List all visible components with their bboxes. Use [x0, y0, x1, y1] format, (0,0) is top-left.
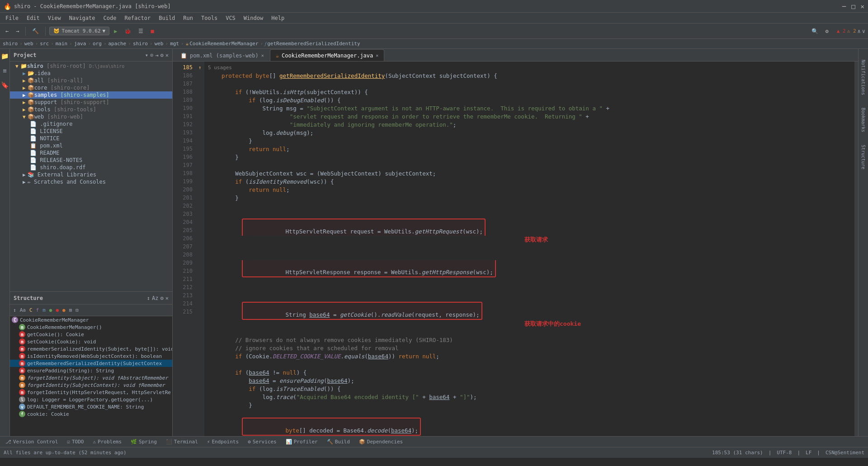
tree-item-release[interactable]: 📄 RELEASE-NOTES: [10, 157, 172, 164]
project-icon[interactable]: 📁: [0, 51, 10, 62]
bc-java[interactable]: java: [74, 41, 86, 47]
bc-web2[interactable]: web: [155, 41, 164, 47]
struct-filter3[interactable]: ●: [61, 307, 67, 314]
tree-item-ext-libs[interactable]: ▶ 📚 External Libraries: [10, 171, 172, 178]
structure-alpha[interactable]: Az: [152, 295, 158, 301]
menu-refactor[interactable]: Refactor: [121, 14, 154, 22]
tree-item-all[interactable]: ▶ 📦 all [shiro-all]: [10, 77, 172, 84]
struct-item-forgetid1[interactable]: m forgetIdentity(Subject): void †Abstrac…: [10, 374, 172, 381]
struct-sort-icon[interactable]: ↕: [12, 307, 18, 314]
bc-main[interactable]: main: [56, 41, 68, 47]
tab-problems[interactable]: ⚠ Problems: [91, 438, 123, 446]
maximize-button[interactable]: □: [851, 3, 855, 10]
project-panel-settings[interactable]: ⚙: [160, 52, 164, 58]
tab-services[interactable]: ⚙ Services: [246, 438, 278, 446]
struct-expand[interactable]: ⊞: [68, 307, 74, 314]
tab-version-control[interactable]: ⎇ Version Control: [4, 438, 60, 446]
run-config-selector[interactable]: 🐱 Tomcat 9.0.62 ▼: [49, 27, 109, 35]
tab-java-close[interactable]: ✕: [376, 53, 378, 58]
struct-item-getremembered[interactable]: m getRememberedSerializedIdentity(Subjec…: [10, 360, 172, 367]
menu-view[interactable]: View: [44, 14, 65, 22]
tree-item-notice[interactable]: 📄 NOTICE: [10, 135, 172, 142]
stop-button[interactable]: ■: [148, 27, 156, 36]
struct-item-getcookie[interactable]: m getCookie(): Cookie: [10, 331, 172, 338]
expand-errors[interactable]: ∧: [858, 28, 861, 34]
notifications-tab[interactable]: Notifications: [860, 58, 867, 97]
tree-item-pom[interactable]: 📋 pom.xml: [10, 142, 172, 149]
bc-src[interactable]: src: [40, 41, 49, 47]
menu-help[interactable]: Help: [268, 14, 288, 22]
struct-field-icon[interactable]: f: [35, 307, 41, 314]
toolbar-build[interactable]: 🔨: [29, 27, 42, 36]
tree-item-readme[interactable]: 📄 README: [10, 149, 172, 157]
tree-item-gitignore[interactable]: 📄 .gitignore: [10, 120, 172, 128]
bc-apache[interactable]: apache: [108, 41, 127, 47]
struct-item-forgetid2[interactable]: m forgetIdentity(SubjectContext): void †…: [10, 381, 172, 389]
menu-tools[interactable]: Tools: [198, 14, 221, 22]
debug-button[interactable]: 🐞: [122, 27, 134, 36]
tab-dependencies[interactable]: 📦 Dependencies: [357, 438, 405, 446]
tree-item-scratches[interactable]: ▶ ✏️ Scratches and Consoles: [10, 178, 172, 185]
menu-build[interactable]: Build: [155, 14, 179, 22]
tree-item-doap[interactable]: 📄 shiro.doap.rdf: [10, 164, 172, 171]
project-panel-dropdown[interactable]: ▾: [145, 52, 148, 58]
structure-sort[interactable]: ↕: [147, 295, 150, 301]
structure-close[interactable]: ✕: [165, 295, 169, 301]
project-panel-locate[interactable]: ⊙: [150, 52, 153, 58]
struct-filter1[interactable]: ●: [48, 307, 54, 314]
struct-method-icon[interactable]: m: [41, 307, 47, 314]
tree-item-core[interactable]: ▶ 📦 core [shiro-core]: [10, 84, 172, 91]
tree-item-web[interactable]: ▼ 📦 web [shiro-web]: [10, 113, 172, 120]
menu-file[interactable]: File: [2, 14, 22, 22]
bc-class[interactable]: CookieRememberMeManager: [189, 41, 258, 47]
project-panel-collapse[interactable]: ⇥: [155, 52, 158, 58]
bc-method[interactable]: getRememberedSerializedIdentity: [267, 41, 360, 47]
struct-item-remember[interactable]: m rememberSerializedIdentity(Subject, by…: [10, 345, 172, 352]
bc-web[interactable]: web: [24, 41, 33, 47]
struct-alpha-icon[interactable]: Aa: [19, 307, 27, 314]
struct-item-setcookie[interactable]: m setCookie(Cookie): void: [10, 338, 172, 345]
tree-item-samples[interactable]: ▶ 📦 samples [shiro-samples]: [10, 91, 172, 99]
tab-pom[interactable]: 📋 pom.xml (samples-web) ✕: [175, 49, 270, 61]
menu-edit[interactable]: Edit: [23, 14, 43, 22]
tab-spring[interactable]: 🌿 Spring: [129, 438, 159, 446]
tree-item-support[interactable]: ▶ 📦 support [shiro-support]: [10, 99, 172, 106]
code-editor[interactable]: 5 usages protected byte[] getRememberedS…: [204, 62, 854, 436]
status-encoding[interactable]: UTF-8: [777, 450, 792, 456]
toolbar-forward[interactable]: →: [13, 27, 22, 36]
coverage-button[interactable]: ☰: [136, 27, 146, 36]
close-button[interactable]: ✕: [861, 3, 864, 10]
tab-endpoints[interactable]: ⚡ Endpoints: [205, 438, 241, 446]
bookmarks-icon[interactable]: 🔖: [0, 80, 10, 90]
menu-run[interactable]: Run: [179, 14, 197, 22]
struct-item-class[interactable]: C CookieRememberMeManager: [10, 316, 172, 323]
bookmarks-tab[interactable]: Bookmarks: [860, 106, 867, 134]
struct-item-isidentity[interactable]: m isIdentityRemoved(WebSubjectContext): …: [10, 352, 172, 360]
tab-todo[interactable]: ☑ TODO: [65, 438, 85, 446]
status-line-ending[interactable]: LF: [806, 450, 811, 456]
struct-item-cookie-name[interactable]: v DEFAULT_REMEMBER_ME_COOKIE_NAME: Strin…: [10, 403, 172, 410]
structure-icon-left[interactable]: ≡: [1, 65, 8, 76]
struct-filter2[interactable]: ●: [54, 307, 60, 314]
struct-item-forgetid3[interactable]: m forgetIdentity(HttpServletRequest, Htt…: [10, 389, 172, 396]
toolbar-back[interactable]: ←: [3, 27, 11, 36]
bc-shiro[interactable]: shiro: [3, 41, 18, 47]
project-panel-close[interactable]: ✕: [165, 52, 169, 58]
structure-tab[interactable]: Structure: [860, 143, 867, 171]
search-button[interactable]: 🔍: [809, 27, 821, 36]
menu-window[interactable]: Window: [240, 14, 267, 22]
settings-button[interactable]: ⚙: [823, 27, 831, 36]
bc-mgt[interactable]: mgt: [170, 41, 179, 47]
scrollbar[interactable]: [854, 62, 858, 436]
struct-item-log[interactable]: l log: Logger = LoggerFactory.getLogger(…: [10, 396, 172, 403]
struct-item-ensurepadding[interactable]: m ensurePadding(String): String: [10, 367, 172, 374]
tree-item-shiro-root[interactable]: ▼ 📁 shiro [shiro-root] D:\java\shiro: [10, 62, 172, 70]
tree-item-license[interactable]: 📄 LICENSE: [10, 128, 172, 135]
bc-shiro2[interactable]: shiro: [133, 41, 148, 47]
tab-profiler[interactable]: 📊 Profiler: [284, 438, 320, 446]
tab-java[interactable]: ☕ CookieRememberMeManager.java ✕: [270, 49, 385, 61]
gutter-185[interactable]: ↑: [198, 65, 202, 71]
tab-pom-close[interactable]: ✕: [261, 53, 264, 58]
tree-item-tools[interactable]: ▶ 📦 tools [shiro-tools]: [10, 106, 172, 113]
bc-org[interactable]: org: [93, 41, 102, 47]
